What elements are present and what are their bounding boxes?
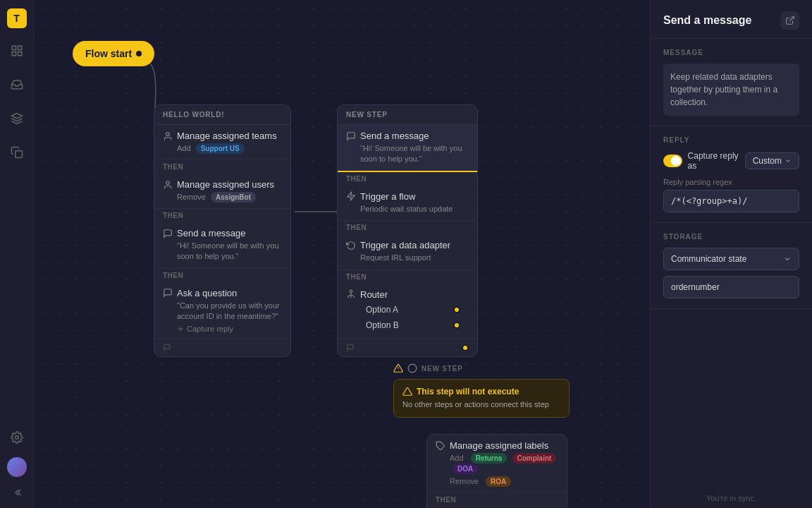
storage-key-input[interactable]: ordernumber [663,276,799,298]
reply-section: REPLY Capture reply as Custom Reply pars… [651,126,812,223]
option-a-label: Option A [366,305,398,315]
svg-rect-1 [18,46,21,49]
manage-labels-item[interactable]: Manage assigned labels Add Returns Compl… [427,435,567,493]
sidebar-nav-layers[interactable] [6,107,28,130]
zap-icon [346,191,356,201]
ask-question-desc: "Can you provide us with your account ID… [163,301,282,322]
capture-type-value: Custom [753,156,782,166]
assignbot-badge: AssignBot [211,192,256,202]
router-option-b[interactable]: Option B [346,318,469,333]
reply-section-title: REPLY [663,136,799,144]
bottom-warning-area: NEW STEP This step will not execute No o… [393,363,570,418]
roa-badge: ROA [486,476,511,487]
chevron-down-storage-icon [783,255,792,263]
send-message-title-1: Send a message [177,228,246,238]
warning-icon [402,387,412,397]
doa-badge: DOA [453,464,478,474]
chevron-down-icon [785,157,792,164]
regex-section: Reply parsing regex /*(<?group>+a)/ [663,178,799,212]
sync-area: You're in sync. [651,488,812,508]
then-2-2: THEN [338,221,477,234]
trigger-flow-item[interactable]: Trigger a flow Periodic wait status upda… [338,186,477,221]
card2-footer [338,339,477,356]
card2-bottom-connector [462,344,469,351]
user-avatar[interactable] [7,457,27,477]
hello-world-card: HELLO WORLD! Manage assigned teams Add S… [154,104,291,357]
option-b-label: Option B [366,320,399,330]
ask-question-item[interactable]: Ask a question "Can you provide us with … [154,282,290,339]
warning-title-text: This step will not execute [417,387,519,397]
message-section: MESSAGE Keep related data adapters toget… [651,39,812,126]
card1-flag [154,339,290,356]
send-message-active[interactable]: Send a message "Hi! Someone will be with… [338,125,477,172]
flag-icon-2 [346,344,355,352]
then-label-1: THEN [154,160,290,174]
regex-label: Reply parsing regex [663,178,799,186]
card1-header: HELLO WORLD! [154,105,290,125]
svg-point-16 [408,364,417,373]
then-2-3: THEN [338,270,477,284]
warning-desc-text: No other steps or actions connect this s… [402,399,560,410]
trigger-flow-desc: Periodic wait status update [346,204,469,214]
svg-marker-4 [11,114,22,119]
manage-teams-title: Manage assigned teams [177,131,277,141]
router-item[interactable]: Router Option A Option B [338,284,477,339]
manage-teams-item[interactable]: Manage assigned teams Add Support US [154,125,290,160]
tag-icon [436,441,445,451]
flow-start-label: Flow start [85,48,132,59]
support-us-badge: Support US [196,143,245,154]
warning-card: This step will not execute No other step… [393,379,570,418]
sidebar-settings[interactable] [6,426,28,449]
panel-icon-button[interactable] [781,11,799,30]
svg-point-9 [180,327,182,329]
manage-users-title: Manage assigned users [177,179,274,190]
sidebar: T [0,0,34,508]
svg-point-7 [166,132,170,135]
manage-users-item[interactable]: Manage assigned users Remove AssignBot [154,174,290,209]
message-box[interactable]: Keep related data adapters together by p… [663,64,799,116]
router-title: Router [360,289,388,300]
sync-label: You're in sync. [651,488,812,508]
send-message-item-1[interactable]: Send a message "Hi! Someone will be with… [154,222,290,269]
svg-point-6 [15,436,18,440]
then-label-3: THEN [154,269,290,282]
user-icon-2 [163,180,173,190]
svg-line-19 [789,17,794,21]
svg-marker-11 [347,192,355,200]
regex-input[interactable]: /*(<?group>+a)/ [663,190,799,212]
send-message-title-active: Send a message [360,131,429,141]
bottom-step-card: Manage assigned labels Add Returns Compl… [426,434,567,508]
returns-badge: Returns [471,453,508,464]
trigger-adapter-item[interactable]: Trigger a data adapter Request IRL suppo… [338,234,477,270]
sidebar-nav-copy[interactable] [6,141,28,164]
capture-reply-toggle[interactable] [663,155,682,167]
storage-section: STORAGE Communicator state ordernumber [651,223,812,309]
capture-reply-row: Capture reply as Custom [663,151,799,171]
trigger-adapter-desc: Request IRL support [346,253,469,263]
message-section-title: MESSAGE [663,49,799,56]
router-icon [346,289,356,299]
router-option-a[interactable]: Option A [346,302,469,318]
storage-dropdown[interactable]: Communicator state [663,248,799,270]
help-icon [163,288,173,298]
flow-start-button[interactable]: Flow start [73,41,154,66]
message-icon-active [346,131,356,141]
new-step-header-2: NEW STEP [422,365,463,373]
capture-reply-label-panel: Capture reply as [688,151,739,171]
collapse-sidebar-button[interactable] [10,485,24,500]
manage-labels-title: Manage assigned labels [450,440,548,451]
manage-users-action: Remove [177,193,206,201]
trigger-adapter-title: Trigger a data adapter [360,240,450,250]
panel-header: Send a message [651,0,812,39]
user-icon [163,131,173,141]
panel-title: Send a message [663,14,751,27]
app-logo[interactable]: T [7,8,27,28]
then-bottom-1: THEN [427,493,567,507]
sidebar-nav-inbox[interactable] [6,73,28,96]
capture-type-dropdown[interactable]: Custom [745,152,799,169]
then-2-1: THEN [338,172,477,186]
sidebar-nav-grid[interactable] [6,40,28,62]
svg-rect-0 [12,46,16,49]
trigger-flow-title: Trigger a flow [360,191,415,202]
svg-point-8 [166,181,170,184]
